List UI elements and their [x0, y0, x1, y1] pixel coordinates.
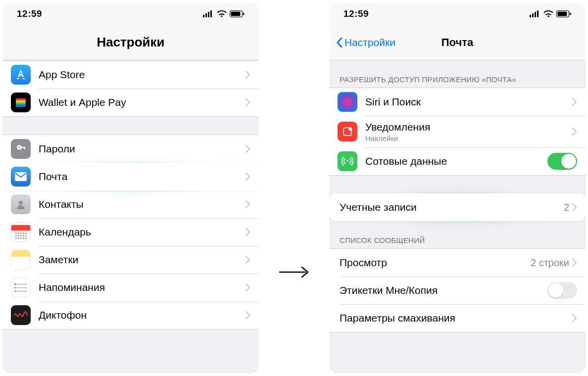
- row-notes[interactable]: Заметки: [3, 246, 258, 274]
- chevron-right-icon: [572, 98, 577, 106]
- chevron-right-icon: [572, 203, 577, 211]
- row-accounts[interactable]: Учетные записи 2: [330, 193, 585, 221]
- status-bar: 12:59: [3, 3, 258, 25]
- notes-icon: [11, 250, 31, 270]
- battery-icon: [556, 10, 571, 17]
- cellular-icon: [530, 10, 540, 17]
- row-calendar[interactable]: Календарь: [3, 218, 258, 246]
- cellular-icon: [203, 10, 214, 17]
- svg-point-27: [346, 160, 348, 162]
- chevron-right-icon: [245, 311, 250, 319]
- row-label: Почта: [39, 171, 245, 183]
- row-label: Wallet и Apple Pay: [39, 96, 245, 108]
- svg-rect-18: [530, 15, 531, 17]
- row-label: Заметки: [39, 254, 245, 266]
- settings-screen: 12:59 Настройки App Store Wa: [3, 3, 258, 373]
- wifi-icon: [217, 10, 227, 17]
- status-time: 12:59: [343, 8, 369, 19]
- back-label: Настройки: [344, 37, 395, 48]
- reminders-icon: [11, 278, 31, 297]
- svg-rect-14: [24, 147, 25, 149]
- svg-rect-23: [558, 12, 567, 16]
- row-cellular[interactable]: Сотовые данные: [330, 147, 585, 175]
- nav-bar: Настройки: [3, 25, 258, 60]
- row-label: Уведомления: [365, 121, 572, 133]
- svg-rect-19: [532, 13, 534, 17]
- row-siri[interactable]: Siri и Поиск: [330, 88, 585, 116]
- settings-group-apps: App Store Wallet и Apple Pay: [3, 60, 258, 117]
- svg-rect-20: [535, 12, 536, 17]
- cellular-toggle[interactable]: [547, 153, 577, 170]
- row-mail[interactable]: Почта: [3, 163, 258, 190]
- chevron-right-icon: [572, 314, 577, 322]
- row-label: Просмотр: [340, 257, 531, 269]
- battery-icon: [230, 10, 245, 17]
- chevron-right-icon: [245, 256, 250, 264]
- row-label: App Store: [39, 69, 245, 81]
- row-label: Контакты: [39, 198, 245, 210]
- mail-settings-screen: 12:59 Настройки Почта РАЗРЕШИТЬ ДОСТУП П…: [330, 3, 585, 373]
- chevron-right-icon: [572, 128, 577, 136]
- chevron-right-icon: [245, 200, 250, 208]
- status-time: 12:59: [17, 8, 42, 19]
- row-preview[interactable]: Просмотр 2 строки: [330, 249, 585, 277]
- status-icons: [530, 10, 571, 17]
- row-appstore[interactable]: App Store: [3, 61, 258, 89]
- row-swipe[interactable]: Параметры смахивания: [330, 304, 585, 332]
- wallet-icon: [11, 93, 31, 112]
- chevron-right-icon: [245, 283, 250, 291]
- row-label: Напоминания: [39, 282, 245, 293]
- chevron-right-icon: [572, 259, 577, 267]
- chevron-right-icon: [245, 173, 250, 181]
- back-button[interactable]: Настройки: [336, 25, 395, 60]
- row-label: Учетные записи: [340, 201, 564, 213]
- row-label: Диктофон: [39, 309, 245, 321]
- row-label: Пароли: [39, 143, 245, 155]
- appstore-icon: [11, 65, 31, 85]
- section-header-allow: РАЗРЕШИТЬ ДОСТУП ПРИЛОЖЕНИЮ «ПОЧТА»: [330, 60, 585, 88]
- svg-point-16: [19, 201, 23, 205]
- siri-icon: [338, 92, 357, 112]
- row-notifications[interactable]: Уведомления Наклейки: [330, 116, 585, 147]
- row-labels-toggle[interactable]: Этикетки Мне/Копия: [330, 277, 585, 304]
- svg-point-12: [18, 146, 20, 148]
- settings-group-builtin: Пароли Почта Контакты: [3, 135, 258, 329]
- svg-rect-6: [243, 13, 245, 15]
- row-wallet[interactable]: Wallet и Apple Pay: [3, 89, 258, 116]
- chevron-right-icon: [245, 71, 250, 79]
- status-bar: 12:59: [330, 3, 585, 25]
- allow-access-group: Siri и Поиск Уведомления Наклейки Сотовы…: [330, 88, 585, 176]
- row-voice[interactable]: Диктофон: [3, 301, 258, 329]
- highlight-mail: Почта: [3, 163, 258, 190]
- chevron-right-icon: [245, 228, 250, 236]
- row-label: Этикетки Мне/Копия: [340, 284, 547, 296]
- svg-rect-0: [203, 15, 204, 17]
- chevron-right-icon: [245, 98, 250, 106]
- message-list-group: Просмотр 2 строки Этикетки Мне/Копия Пар…: [330, 248, 585, 332]
- notifications-icon: [338, 122, 357, 141]
- row-label: Параметры смахивания: [340, 312, 572, 324]
- svg-rect-24: [570, 13, 571, 15]
- mail-icon: [11, 167, 31, 187]
- cellular-data-icon: [338, 151, 357, 171]
- svg-rect-1: [205, 13, 207, 17]
- labels-toggle[interactable]: [547, 282, 577, 299]
- svg-rect-3: [210, 10, 212, 17]
- chevron-right-icon: [245, 145, 250, 153]
- row-label: Календарь: [39, 226, 245, 238]
- calendar-icon: [11, 222, 31, 242]
- svg-rect-2: [208, 12, 209, 17]
- row-label: Siri и Поиск: [365, 96, 572, 108]
- nav-bar: Настройки Почта: [330, 25, 585, 60]
- flow-arrow: [278, 266, 310, 279]
- row-label: Сотовые данные: [365, 155, 547, 167]
- accounts-count: 2: [564, 202, 569, 213]
- svg-rect-5: [231, 12, 241, 16]
- highlight-accounts: Учетные записи 2: [330, 193, 585, 221]
- status-icons: [203, 10, 245, 17]
- accounts-group: Учетные записи 2: [330, 193, 585, 221]
- page-title: Настройки: [3, 35, 258, 50]
- preview-value: 2 строки: [531, 257, 569, 269]
- row-reminders[interactable]: Напоминания: [3, 274, 258, 301]
- svg-point-26: [348, 127, 352, 131]
